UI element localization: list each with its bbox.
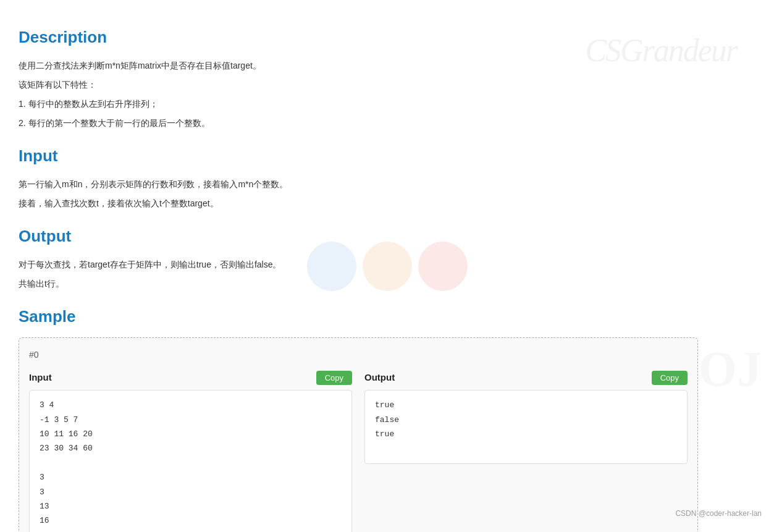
- description-section: Description 使用二分查找法来判断m*n矩阵matrix中是否存在目标…: [19, 25, 698, 131]
- output-line-2: 共输出t行。: [19, 276, 698, 292]
- watermark-oj: OJ: [699, 329, 762, 408]
- input-col-title: Input: [29, 370, 52, 385]
- output-line-1: 对于每次查找，若target存在于矩阵中，则输出true，否则输出false。: [19, 257, 698, 272]
- input-copy-button[interactable]: Copy: [316, 371, 352, 385]
- output-col-title: Output: [364, 370, 395, 385]
- description-line-1: 使用二分查找法来判断m*n矩阵matrix中是否存在目标值target。: [19, 58, 698, 74]
- output-col-header: Output Copy: [364, 370, 688, 385]
- input-line-1: 第一行输入m和n，分别表示矩阵的行数和列数，接着输入m*n个整数。: [19, 177, 698, 192]
- description-line-4: 2. 每行的第一个整数大于前一行的最后一个整数。: [19, 116, 698, 131]
- input-col-header: Input Copy: [29, 370, 352, 385]
- sample-title: Sample: [19, 304, 698, 330]
- input-title: Input: [19, 143, 698, 169]
- input-section: Input 第一行输入m和n，分别表示矩阵的行数和列数，接着输入m*n个整数。 …: [19, 143, 698, 211]
- attribution-text: CSDN @coder-hacker-lan: [675, 508, 762, 520]
- output-section: Output 对于每次查找，若target存在于矩阵中，则输出true，否则输出…: [19, 224, 698, 292]
- output-title: Output: [19, 224, 698, 250]
- sample-columns: Input Copy 3 4 -1 3 5 7 10 11 16 20 23 3…: [29, 370, 688, 532]
- output-copy-button[interactable]: Copy: [652, 371, 688, 385]
- sample-output-col: Output Copy true false true: [364, 370, 688, 532]
- sample-input-col: Input Copy 3 4 -1 3 5 7 10 11 16 20 23 3…: [29, 370, 352, 532]
- input-code-box: 3 4 -1 3 5 7 10 11 16 20 23 30 34 60 3 3…: [29, 390, 352, 532]
- sample-section: Sample #0 Input Copy 3 4 -1 3 5 7 10 11 …: [19, 304, 698, 532]
- description-line-2: 该矩阵有以下特性：: [19, 77, 698, 93]
- sample-label: #0: [29, 348, 688, 361]
- description-line-3: 1. 每行中的整数从左到右升序排列；: [19, 96, 698, 112]
- main-content: Description 使用二分查找法来判断m*n矩阵matrix中是否存在目标…: [19, 25, 698, 532]
- input-line-2: 接着，输入查找次数t，接着依次输入t个整数target。: [19, 196, 698, 211]
- description-title: Description: [19, 25, 698, 51]
- output-code-box: true false true: [364, 390, 688, 464]
- sample-container: #0 Input Copy 3 4 -1 3 5 7 10 11 16 20 2…: [19, 337, 698, 532]
